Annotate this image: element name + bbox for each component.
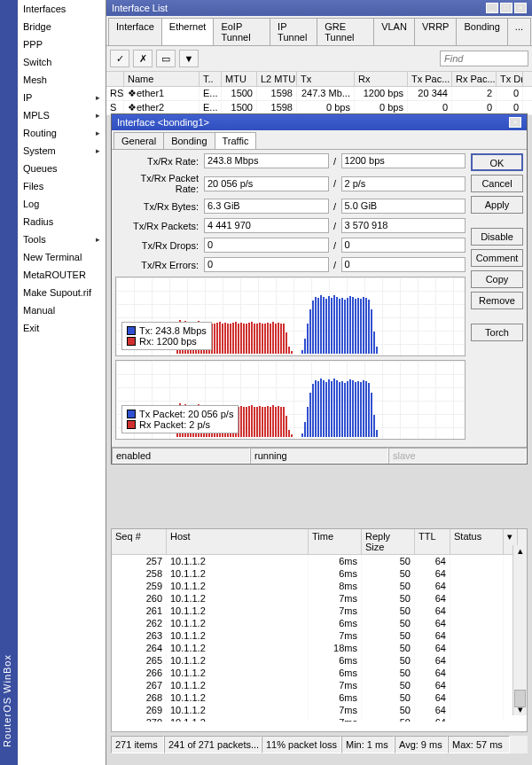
sidebar-item-mesh[interactable]: Mesh <box>18 71 106 89</box>
ping-col-header[interactable]: Reply Size <box>362 529 415 554</box>
ok-icon[interactable]: ✓ <box>110 50 129 67</box>
ping-col-header[interactable]: Seq # <box>112 529 167 554</box>
dialog-close-icon[interactable]: × <box>509 117 521 128</box>
sidebar-item-ip[interactable]: IP <box>18 89 106 106</box>
sidebar-item-mpls[interactable]: MPLS <box>18 106 106 124</box>
col-header[interactable]: L2 MTU <box>257 72 297 86</box>
ping-cell: 261 <box>112 605 167 617</box>
ping-row[interactable]: 26010.1.1.27ms5064 <box>112 592 527 605</box>
scrollbar-vertical[interactable]: ▴ ▾ <box>512 545 527 715</box>
ping-row[interactable]: 26510.1.1.26ms5064 <box>112 654 527 667</box>
ping-col-header[interactable]: TTL <box>415 529 450 554</box>
sidebar-item-log[interactable]: Log <box>18 195 106 213</box>
apply-button[interactable]: Apply <box>471 196 523 214</box>
ping-cell: 7ms <box>309 679 362 691</box>
status-slave: slave <box>388 448 527 464</box>
ping-row[interactable]: 26110.1.1.27ms5064 <box>112 605 527 617</box>
sidebar-item-routing[interactable]: Routing <box>18 124 106 142</box>
ping-cell: 64 <box>415 654 450 667</box>
dialog-tab-general[interactable]: General <box>113 132 164 149</box>
notes-icon[interactable]: ▭ <box>156 50 176 67</box>
cancel-icon[interactable]: ✗ <box>133 50 153 67</box>
find-input[interactable] <box>440 51 528 66</box>
sidebar-item-manual[interactable]: Manual <box>18 301 106 319</box>
ping-cell <box>450 617 504 629</box>
sidebar-item-ppp[interactable]: PPP <box>18 35 106 53</box>
tab--[interactable]: ... <box>507 18 531 45</box>
ping-body[interactable]: 25710.1.1.26ms506425810.1.1.26ms50642591… <box>112 555 527 722</box>
ping-cell: 64 <box>415 716 450 722</box>
sidebar-item-metarouter[interactable]: MetaROUTER <box>18 266 106 284</box>
col-header[interactable]: Tx Dr <box>497 72 523 86</box>
close-icon[interactable]: × <box>514 3 527 13</box>
ping-cell: 50 <box>362 691 415 704</box>
ping-row[interactable]: 25910.1.1.28ms5064 <box>112 580 527 592</box>
sidebar-item-bridge[interactable]: Bridge <box>18 18 106 35</box>
ping-cell: 50 <box>362 642 415 654</box>
tab-vrrp[interactable]: VRRP <box>414 18 458 45</box>
sidebar-item-new-terminal[interactable]: New Terminal <box>18 248 106 266</box>
form-label: Tx/Rx Errors: <box>115 260 204 270</box>
sidebar-item-make-supout-rif[interactable]: Make Supout.rif <box>18 284 106 301</box>
ping-row[interactable]: 25710.1.1.26ms5064 <box>112 555 527 567</box>
ping-cell: 50 <box>362 605 415 617</box>
dialog-tab-bonding[interactable]: Bonding <box>163 132 215 149</box>
col-header[interactable]: Rx Pac... <box>452 72 497 86</box>
dialog-tabs: GeneralBondingTraffic <box>112 130 527 150</box>
filter-icon[interactable]: ▼ <box>179 50 199 67</box>
col-header[interactable]: MTU <box>222 72 257 86</box>
remove-button[interactable]: Remove <box>471 292 523 309</box>
ping-cell: 18ms <box>309 642 362 654</box>
ping-cell: 64 <box>415 567 450 580</box>
ping-row[interactable]: 26910.1.1.27ms5064 <box>112 704 527 716</box>
ping-cell: 270 <box>112 716 167 722</box>
torch-button[interactable]: Torch <box>471 324 523 341</box>
minimize-icon[interactable]: _ <box>486 3 498 13</box>
tab-bonding[interactable]: Bonding <box>456 18 507 45</box>
ping-row[interactable]: 26810.1.1.26ms5064 <box>112 691 527 704</box>
sidebar-item-files[interactable]: Files <box>18 177 106 195</box>
ping-cell: 10.1.1.2 <box>167 567 309 580</box>
sidebar-item-interfaces[interactable]: Interfaces <box>18 0 106 18</box>
copy-button[interactable]: Copy <box>471 270 523 288</box>
ping-col-header[interactable]: Status <box>450 529 504 554</box>
ping-row[interactable]: 26310.1.1.27ms5064 <box>112 629 527 642</box>
disable-button[interactable]: Disable <box>471 228 523 246</box>
ping-row[interactable]: 26610.1.1.26ms5064 <box>112 667 527 679</box>
tab-eoip-tunnel[interactable]: EoIP Tunnel <box>213 18 270 45</box>
sidebar-item-queues[interactable]: Queues <box>18 160 106 177</box>
ok-button[interactable]: OK <box>471 153 523 171</box>
ping-row[interactable]: 26710.1.1.27ms5064 <box>112 679 527 691</box>
tab-ethernet[interactable]: Ethernet <box>161 18 215 45</box>
col-header[interactable] <box>106 72 124 86</box>
ping-col-header[interactable]: Time <box>309 529 362 554</box>
col-header[interactable]: T.. <box>200 72 222 86</box>
sidebar-item-radius[interactable]: Radius <box>18 213 106 230</box>
comment-button[interactable]: Comment <box>471 249 523 267</box>
table-row[interactable]: RS❖ether1E...15001598247.3 Mb...1200 bps… <box>106 87 532 101</box>
cell: E... <box>200 101 222 114</box>
tab-gre-tunnel[interactable]: GRE Tunnel <box>317 18 374 45</box>
sidebar-item-tools[interactable]: Tools <box>18 230 106 248</box>
ping-cell: 10.1.1.2 <box>167 617 309 629</box>
col-header[interactable]: Rx <box>355 72 408 86</box>
sidebar-item-switch[interactable]: Switch <box>18 53 106 71</box>
ping-row[interactable]: 26410.1.1.218ms5064 <box>112 642 527 654</box>
ping-row[interactable]: 25810.1.1.26ms5064 <box>112 567 527 580</box>
tab-ip-tunnel[interactable]: IP Tunnel <box>270 18 317 45</box>
maximize-icon[interactable]: □ <box>500 3 512 13</box>
col-header[interactable]: Name <box>124 72 200 86</box>
col-header[interactable]: Tx Pac... <box>408 72 452 86</box>
ping-cell: 7ms <box>309 605 362 617</box>
tab-vlan[interactable]: VLAN <box>373 18 415 45</box>
col-header[interactable]: Tx <box>297 72 355 86</box>
sidebar-item-system[interactable]: System <box>18 142 106 160</box>
tab-interface[interactable]: Interface <box>108 18 162 45</box>
cancel-button[interactable]: Cancel <box>471 175 523 192</box>
ping-col-header[interactable]: Host <box>167 529 309 554</box>
cell: 0 <box>408 101 452 114</box>
ping-row[interactable]: 26210.1.1.26ms5064 <box>112 617 527 629</box>
ping-row[interactable]: 27010.1.1.27ms5064 <box>112 716 527 722</box>
sidebar-item-exit[interactable]: Exit <box>18 319 106 337</box>
dialog-tab-traffic[interactable]: Traffic <box>215 132 257 149</box>
